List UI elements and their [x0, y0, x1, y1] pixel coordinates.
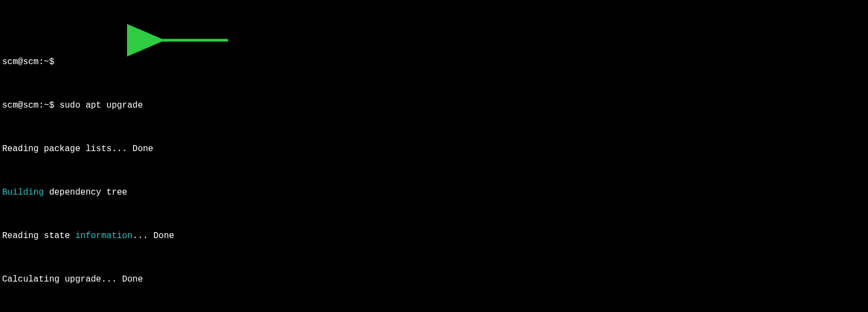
reading-state-post: ... Done [132, 231, 174, 241]
annotation-arrow [152, 12, 228, 23]
output-reading-state: Reading state information... Done [2, 230, 866, 241]
output-calculating-upgrade: Calculating upgrade... Done [2, 274, 866, 285]
word-information: information [75, 231, 132, 241]
word-building: Building [2, 188, 44, 197]
reading-state-pre: Reading state [2, 231, 75, 241]
dep-tree-rest: dependency tree [44, 188, 128, 197]
prompt-line-empty: scm@scm:~$ [2, 57, 866, 67]
prompt-line-command: scm@scm:~$ sudo apt upgrade [2, 100, 866, 111]
shell-prompt: scm@scm:~$ [2, 101, 60, 110]
output-building-dep-tree: Building dependency tree [2, 187, 866, 198]
output-reading-package-lists: Reading package lists... Done [2, 143, 866, 154]
terminal[interactable]: scm@scm:~$ scm@scm:~$ sudo apt upgrade R… [0, 0, 868, 312]
command-text: sudo apt upgrade [60, 101, 143, 110]
